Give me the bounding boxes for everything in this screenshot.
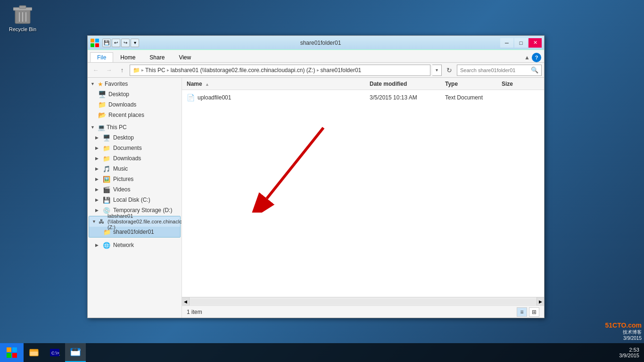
- clock-date: 3/9/2015: [619, 353, 639, 358]
- ribbon-tab-right: ▲ ?: [524, 53, 544, 62]
- taskbar-explorer-btn[interactable]: [24, 343, 44, 362]
- svg-text:C:\>_: C:\>_: [51, 351, 60, 355]
- ribbon: File Home Share View ▲ ?: [88, 50, 544, 63]
- taskbar-terminal-btn[interactable]: C:\>_: [44, 343, 65, 362]
- svg-rect-7: [95, 39, 99, 42]
- thispc-section: ▼ 💻 This PC ▶ 🖥️ Desktop ▶ 📁 Documents: [88, 121, 182, 239]
- watermark: 51CTO.com 技术博客 3/9/2015: [605, 321, 642, 341]
- nav-item-downloads-favorites[interactable]: 📁 Downloads: [88, 99, 182, 110]
- large-icons-button[interactable]: ⊞: [529, 307, 539, 317]
- maximize-button[interactable]: □: [514, 38, 528, 48]
- tab-view[interactable]: View: [172, 52, 198, 62]
- tab-home[interactable]: Home: [113, 52, 142, 62]
- nav-temp-storage-label: Temporary Storage (D:): [113, 207, 172, 214]
- recycle-bin-icon[interactable]: Recycle Bin: [4, 4, 41, 32]
- window-title: share01folder01: [141, 40, 500, 46]
- thispc-documents-label: Documents: [113, 145, 142, 151]
- taskbar-right: 2:53 3/9/2015: [619, 347, 644, 358]
- item-count: 1 item: [187, 309, 202, 315]
- search-box: 🔍: [457, 65, 542, 76]
- forward-button[interactable]: →: [103, 65, 115, 76]
- file-type: Text Document: [445, 94, 502, 101]
- svg-rect-13: [12, 347, 17, 352]
- details-view-button[interactable]: ≡: [517, 307, 527, 317]
- start-button[interactable]: [0, 343, 24, 362]
- nav-thispc-music-row[interactable]: ▶ 🎵 Music: [88, 164, 182, 174]
- status-bar: 1 item ≡ ⊞: [182, 305, 544, 318]
- address-bar: ← → ↑ 📁 ▸ This PC ▸ labshare01 (\\labsto…: [88, 63, 544, 78]
- thispc-header[interactable]: ▼ 💻 This PC: [88, 122, 182, 132]
- back-button[interactable]: ←: [90, 65, 101, 76]
- nav-pane: ▼ ★ Favorites 🖥️ Desktop 📁 Downloads 📂: [88, 78, 182, 318]
- minimize-button[interactable]: ─: [500, 38, 513, 48]
- thispc-music-label: Music: [113, 165, 128, 172]
- nav-item-recent-places[interactable]: 📂 Recent places: [88, 110, 182, 120]
- ribbon-minimize-icon[interactable]: ▲: [524, 54, 530, 61]
- up-button[interactable]: ↑: [116, 65, 128, 76]
- expand-arrow-icon6: ▶: [95, 187, 101, 192]
- path-network-drive[interactable]: labshare01 (\\labstorage02.file.core.chi…: [171, 67, 315, 74]
- file-row-uploadfile001[interactable]: 📄 uploadfile001 3/5/2015 10:13 AM Text D…: [182, 92, 544, 103]
- svg-rect-8: [91, 43, 94, 47]
- tab-share[interactable]: Share: [142, 52, 172, 62]
- taskbar-browser-btn[interactable]: ⬛⬛ LabService: [65, 343, 86, 362]
- nav-network-drive-header[interactable]: ▼ 🖧 labshare01 (\\labstorage02.file.core…: [89, 216, 180, 227]
- quick-undo-btn[interactable]: ↩: [112, 39, 120, 47]
- search-icon[interactable]: 🔍: [531, 66, 538, 74]
- path-thispc[interactable]: This PC: [145, 67, 165, 74]
- tab-file[interactable]: File: [90, 52, 113, 62]
- nav-thispc-videos-row[interactable]: ▶ 🎬 Videos: [88, 184, 182, 195]
- svg-rect-14: [7, 353, 11, 358]
- quick-redo-btn[interactable]: ↪: [121, 39, 130, 47]
- quick-access-toolbar: 💾 ↩ ↪ ▾: [102, 39, 139, 47]
- thispc-desktop-label: Desktop: [113, 134, 134, 141]
- quick-dropdown-btn[interactable]: ▾: [131, 39, 139, 47]
- svg-line-11: [267, 128, 323, 198]
- thispc-label: This PC: [107, 124, 127, 131]
- scroll-left-button[interactable]: ◀: [182, 297, 190, 306]
- expand-arrow-icon4: ▶: [95, 166, 101, 171]
- help-button[interactable]: ?: [532, 53, 541, 62]
- favorites-header[interactable]: ▼ ★ Favorites: [88, 79, 182, 89]
- svg-rect-24: [71, 351, 80, 355]
- refresh-button[interactable]: ↻: [444, 65, 455, 76]
- svg-rect-18: [30, 349, 33, 352]
- svg-text:⬛⬛ LabService: ⬛⬛ LabService: [72, 348, 81, 352]
- expand-arrow-icon3: ▶: [95, 156, 101, 161]
- content-header: Name ▲ Date modified Type Size: [182, 78, 544, 90]
- nav-item-desktop-favorites[interactable]: 🖥️ Desktop: [88, 89, 182, 99]
- col-date-modified[interactable]: Date modified: [370, 81, 445, 87]
- address-dropdown[interactable]: ▾: [432, 65, 442, 76]
- path-current-folder[interactable]: share01folder01: [321, 67, 362, 74]
- nav-thispc-downloads-row[interactable]: ▶ 📁 Downloads: [88, 153, 182, 164]
- scroll-track[interactable]: [190, 298, 537, 305]
- file-name-cell: 📄 uploadfile001: [187, 94, 370, 101]
- desktop-folder-icon: 🖥️: [98, 90, 106, 98]
- nav-network-label: Network: [113, 242, 134, 248]
- address-path[interactable]: 📁 ▸ This PC ▸ labshare01 (\\labstorage02…: [130, 65, 430, 76]
- nav-network-row[interactable]: ▶ 🌐 Network: [88, 240, 182, 250]
- favorites-expand-icon: ▼: [91, 82, 96, 86]
- file-explorer-window: 💾 ↩ ↪ ▾ share01folder01 ─ □ ✕ File Home …: [87, 35, 545, 318]
- col-name[interactable]: Name ▲: [187, 81, 370, 87]
- ribbon-tabs: File Home Share View ▲ ?: [88, 50, 544, 62]
- nav-thispc-pictures-row[interactable]: ▶ 🖼️ Pictures: [88, 174, 182, 184]
- quick-save-btn[interactable]: 💾: [102, 39, 111, 47]
- clock-time: 2:53: [629, 347, 639, 353]
- svg-rect-6: [91, 39, 94, 42]
- close-button[interactable]: ✕: [528, 38, 542, 48]
- scroll-right-button[interactable]: ▶: [537, 297, 544, 306]
- search-input[interactable]: [460, 67, 529, 73]
- nav-thispc-documents-row[interactable]: ▶ 📁 Documents: [88, 143, 182, 153]
- nav-local-disk-row[interactable]: ▶ 💾 Local Disk (C:): [88, 195, 182, 205]
- nav-share01folder01-label: share01folder01: [113, 229, 154, 235]
- thispc-expand-icon: ▼: [91, 125, 96, 130]
- col-type[interactable]: Type: [445, 81, 502, 87]
- file-name: uploadfile001: [198, 94, 231, 101]
- nav-item-downloads-label: Downloads: [108, 101, 136, 108]
- horizontal-scrollbar[interactable]: ◀ ▶: [182, 297, 544, 305]
- nav-thispc-desktop-row[interactable]: ▶ 🖥️ Desktop: [88, 132, 182, 143]
- col-size[interactable]: Size: [502, 81, 539, 87]
- desktop: Recycle Bin 💾 ↩ ↪ ▾ share01folder01: [0, 0, 644, 362]
- thispc-videos-label: Videos: [113, 186, 130, 193]
